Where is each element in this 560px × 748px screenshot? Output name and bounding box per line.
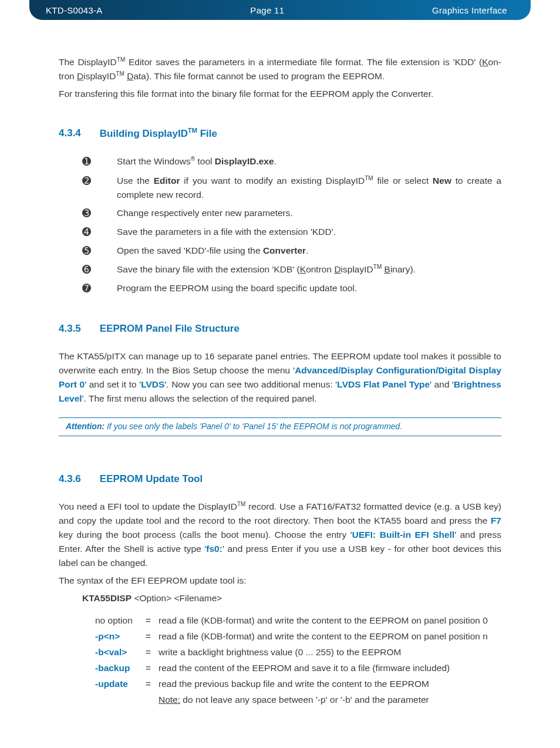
option-key: -update	[95, 677, 146, 691]
syntax-line: KTA55DISP <Option> <Filename>	[82, 591, 501, 605]
trademark-sup: TM	[365, 175, 373, 181]
page-header: KTD-S0043-A Page 11 Graphics Interface	[29, 0, 531, 20]
step-item: ➏ Save the binary file with the extensio…	[82, 262, 501, 277]
text: isplayID	[341, 264, 373, 274]
text: key during the boot process (calls the b…	[59, 530, 352, 540]
highlight-uefi-shell: UEFI: Built-in EFI Shell	[352, 530, 455, 540]
option-key: no option	[95, 614, 146, 628]
note-row: Note: do not leave any space between '-p…	[95, 693, 501, 707]
underline-k: K	[482, 57, 488, 67]
option-desc: write a backlight brightness value (0 ..…	[158, 645, 501, 659]
step-item: ➐ Program the EEPROM using the board spe…	[82, 281, 501, 296]
text: '. Now you can see two additional menus:…	[164, 379, 337, 389]
step-number-icon: ➍	[82, 225, 91, 240]
text: file or select	[373, 176, 433, 186]
text: The DisplayID	[59, 57, 117, 67]
options-table: no option = read a file (KDB-format) and…	[82, 614, 501, 707]
trademark-sup: TM	[117, 56, 126, 63]
step-text: Save the parameters in a file with the e…	[117, 225, 501, 239]
equals: =	[146, 629, 158, 643]
step-text: Use the Editor if you want to modify an …	[117, 174, 501, 202]
trademark-sup: TM	[188, 127, 197, 134]
step-item: ➋ Use the Editor if you want to modify a…	[82, 174, 501, 202]
section-title: Building DisplayIDTM File	[100, 126, 217, 141]
text: Open the saved 'KDD'-file using the	[117, 245, 263, 255]
text: ata). This file format cannot be used to…	[133, 71, 384, 81]
bold-text: New	[433, 176, 451, 186]
section-heading-434: 4.3.4 Building DisplayIDTM File	[59, 126, 501, 141]
step-text: Open the saved 'KDD'-file using the Conv…	[117, 244, 501, 258]
section-number: 4.3.6	[59, 471, 81, 487]
option-key: -b<val>	[95, 645, 146, 659]
bold-text: Editor	[154, 176, 180, 186]
underline-k: K	[300, 264, 306, 274]
bold-text: DisplayID.exe	[215, 157, 274, 167]
equals: =	[146, 661, 158, 675]
intro-paragraph-2: For transfering this file format into th…	[59, 87, 501, 101]
trademark-sup: TM	[237, 501, 246, 507]
note-text: do not leave any space between '-p' or '…	[180, 695, 429, 705]
equals: =	[146, 645, 158, 659]
intro-paragraph-1: The DisplayIDTM Editor saves the paramet…	[59, 55, 501, 83]
section-title: EEPROM Update Tool	[100, 471, 203, 487]
text: if you want to modify an existing Displa…	[180, 176, 365, 186]
note-label: Note:	[158, 695, 180, 705]
doc-id: KTD-S0043-A	[46, 5, 103, 15]
section-heading-435: 4.3.5 EEPROM Panel File Structure	[59, 321, 501, 336]
text: tool	[195, 157, 215, 167]
trademark-sup: TM	[373, 264, 382, 270]
step-number-icon: ➋	[82, 174, 91, 188]
step-item: ➎ Open the saved 'KDD'-file using the Co…	[82, 244, 501, 258]
text: Use the	[117, 176, 154, 186]
underline-d: D	[334, 264, 340, 274]
equals: =	[146, 614, 158, 628]
command-name: KTA55DISP	[82, 593, 131, 603]
option-key: -backup	[95, 661, 146, 675]
step-text: Start the Windows® tool DisplayID.exe.	[117, 154, 501, 169]
step-item: ➍ Save the parameters in a file with the…	[82, 225, 501, 240]
step-item: ➌ Change respectively enter new paramete…	[82, 206, 501, 221]
option-desc: read a file (KDB-format) and write the c…	[158, 629, 501, 643]
page-number: Page 11	[250, 5, 284, 15]
text: Editor saves the parameters in a interme…	[125, 57, 482, 67]
text: Save the binary file with the extension …	[117, 264, 300, 274]
underline-d: D	[77, 71, 83, 81]
page: KTD-S0043-A Page 11 Graphics Interface T…	[0, 0, 560, 748]
step-text: Save the binary file with the extension …	[117, 262, 501, 277]
option-row: no option = read a file (KDB-format) and…	[95, 614, 501, 628]
option-desc: read the previous backup file and write …	[158, 677, 501, 691]
text: You need a EFI tool to update the Displa…	[59, 501, 237, 511]
option-row: -p<n> = read a file (KDB-format) and wri…	[95, 629, 501, 643]
page-content: The DisplayIDTM Editor saves the paramet…	[0, 20, 560, 748]
highlight-fs0: fs0:	[206, 544, 222, 554]
attention-label: Attention:	[66, 422, 104, 431]
text: File	[197, 128, 217, 139]
underline-d2: D	[127, 71, 133, 81]
option-row: -backup = read the content of the EEPROM…	[95, 661, 501, 675]
text: .	[274, 157, 276, 167]
text: ' and '	[430, 379, 454, 389]
sec436-paragraph-1: You need a EFI tool to update the Displa…	[59, 500, 501, 570]
text: Building DisplayID	[100, 128, 188, 139]
option-desc: read a file (KDB-format) and write the c…	[158, 614, 501, 628]
text: ontron	[306, 264, 334, 274]
text: ' and set it to '	[85, 379, 141, 389]
step-text: Program the EEPROM using the board speci…	[117, 281, 501, 295]
underline-b: B	[384, 264, 390, 274]
section-number: 4.3.5	[59, 321, 81, 336]
text: Start the Windows	[117, 157, 191, 167]
step-text: Change respectively enter new parameters…	[117, 206, 501, 220]
step-number-icon: ➌	[82, 206, 91, 221]
section-title: EEPROM Panel File Structure	[100, 321, 239, 336]
highlight-panel-type: LVDS Flat Panel Type	[337, 379, 430, 389]
attention-box: Attention: If you see only the labels 'P…	[59, 417, 501, 436]
option-row: -b<val> = write a backlight brightness v…	[95, 645, 501, 659]
section-number: 4.3.4	[59, 126, 81, 141]
text: isplayID	[83, 71, 116, 81]
steps-list: ➊ Start the Windows® tool DisplayID.exe.…	[59, 154, 501, 296]
highlight-f7: F7	[491, 515, 501, 525]
section-name: Graphics Interface	[432, 5, 507, 15]
attention-text: If you see only the labels 'Panel 0' to …	[104, 422, 402, 431]
option-row: -update = read the previous backup file …	[95, 677, 501, 691]
text: .	[306, 245, 308, 255]
